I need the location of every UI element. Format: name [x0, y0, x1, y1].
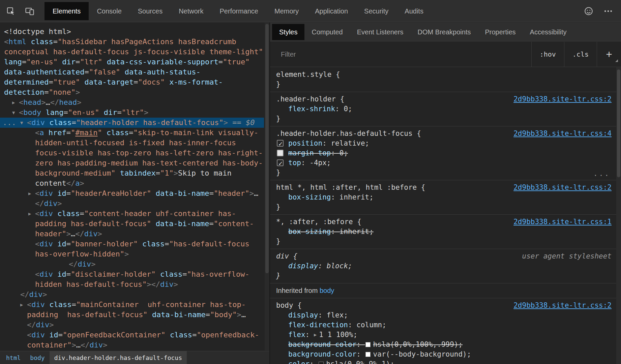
tab-security[interactable]: Security — [356, 2, 396, 20]
css-rule-selector[interactable]: .header-holder { — [276, 94, 344, 104]
property-name[interactable]: flex-direction — [288, 321, 348, 329]
style-property[interactable]: display: block; — [270, 261, 621, 271]
scrollbar-thumb[interactable] — [265, 24, 269, 273]
style-property[interactable]: flex: ▶1 1 100%; — [270, 330, 621, 340]
styles-filter-input[interactable] — [270, 42, 531, 67]
feedback-smiley-icon[interactable] — [581, 4, 596, 19]
css-rule-selector[interactable]: html *, html :after, html :before { — [276, 183, 425, 192]
property-name[interactable]: background-color — [288, 340, 356, 348]
property-toggle-checkbox[interactable] — [277, 140, 284, 147]
property-toggle-checkbox[interactable] — [277, 150, 284, 156]
property-name[interactable]: box-sizing — [288, 193, 331, 201]
tab-audits[interactable]: Audits — [396, 2, 432, 20]
color-swatch[interactable] — [365, 342, 371, 347]
property-value[interactable]: column — [356, 321, 382, 329]
tab-application[interactable]: Application — [307, 2, 356, 20]
dom-node[interactable]: <a href="#main" class="skip-to-main-link… — [0, 128, 264, 188]
expand-arrow-open-icon[interactable]: ▼ — [12, 108, 19, 118]
property-name[interactable]: background-color — [288, 350, 356, 358]
property-value[interactable]: relative — [331, 139, 365, 147]
expand-arrow-closed-icon[interactable]: ▶ — [20, 300, 27, 310]
property-name[interactable]: margin-top — [288, 149, 331, 157]
color-swatch[interactable] — [365, 352, 371, 357]
css-rule-selector[interactable]: body { — [276, 301, 302, 310]
property-value[interactable]: block — [327, 262, 348, 270]
dom-node[interactable]: </div> — [0, 290, 264, 300]
tab-network[interactable]: Network — [171, 2, 211, 20]
property-value[interactable]: var(--body-background) — [373, 350, 467, 358]
expand-arrow-closed-icon[interactable]: ▶ — [28, 209, 35, 219]
dom-node[interactable]: </div> — [0, 259, 264, 269]
sidebar-tab-accessibility[interactable]: Accessibility — [523, 24, 574, 40]
property-name[interactable]: display — [288, 311, 318, 319]
dom-node[interactable]: <div id="openFeedbackContainer" class="o… — [0, 330, 264, 350]
expand-arrow-closed-icon[interactable]: ▶ — [12, 97, 19, 108]
tab-memory[interactable]: Memory — [266, 2, 307, 20]
css-rule-selector[interactable]: .header-holder.has-default-focus { — [276, 129, 421, 139]
style-property[interactable]: box-sizing: inherit; — [270, 192, 621, 202]
property-value[interactable]: inherit — [339, 193, 369, 201]
dom-node[interactable]: ▶<div id="headerAreaHolder" data-bi-name… — [0, 188, 264, 209]
inherited-node-link[interactable]: body — [320, 287, 334, 294]
sidebar-tab-event-listeners[interactable]: Event Listeners — [350, 24, 411, 40]
shorthand-expand-icon[interactable]: ▶ — [314, 332, 317, 337]
property-value[interactable]: inherit — [339, 228, 369, 236]
property-value[interactable]: 0 — [344, 105, 348, 113]
property-name[interactable]: flex — [288, 331, 305, 339]
style-property[interactable]: color: hsla(0,0%,9%,1); — [270, 359, 621, 364]
property-name[interactable]: color — [288, 360, 309, 364]
property-toggle-checkbox[interactable] — [277, 159, 284, 166]
tab-elements[interactable]: Elements — [45, 2, 89, 20]
device-toolbar-icon[interactable] — [22, 4, 37, 19]
style-property[interactable]: position: relative; — [270, 139, 621, 148]
style-property[interactable]: top: -4px; — [270, 158, 621, 168]
new-style-rule-button[interactable]: + — [597, 42, 621, 67]
css-file-link[interactable]: 2d9bb338.site-ltr.css:2 — [513, 94, 612, 104]
dom-node-selected[interactable]: ...▼<div class="header-holder has-defaul… — [0, 118, 264, 128]
toggle-classes-button[interactable]: .cls — [564, 42, 597, 67]
property-name[interactable]: box-sizing — [288, 228, 331, 236]
expand-arrow-closed-icon[interactable]: ▶ — [28, 188, 35, 199]
property-value[interactable]: -4px — [309, 159, 327, 167]
property-value[interactable]: hsla(0,0%,100%,.999) — [373, 340, 459, 348]
styles-scrollbar[interactable] — [616, 67, 621, 364]
css-file-link[interactable]: 2d9bb338.site-ltr.css:2 — [513, 301, 612, 310]
style-property[interactable]: margin-top: 0; — [270, 148, 621, 158]
dom-node[interactable]: <div id="disclaimer-holder" class="has-o… — [0, 269, 264, 290]
breadcrumb-item[interactable]: html — [1, 351, 25, 364]
dom-node[interactable]: ▶<div class="content-header uhf-containe… — [0, 209, 264, 239]
style-property[interactable]: flex-direction: column; — [270, 320, 621, 330]
property-value[interactable]: 0 — [339, 149, 344, 157]
dom-node[interactable]: ▶<head>…</head> — [0, 97, 264, 108]
dom-node[interactable]: ▶<div class="mainContainer uhf-container… — [0, 300, 264, 330]
dom-node[interactable]: <!doctype html> — [0, 27, 264, 37]
property-name[interactable]: top — [288, 159, 301, 167]
sidebar-tab-dom-breakpoints[interactable]: DOM Breakpoints — [411, 24, 478, 40]
tab-performance[interactable]: Performance — [212, 2, 267, 20]
rule-more-actions[interactable]: ... — [593, 169, 610, 179]
toggle-element-state-button[interactable]: :hov — [531, 42, 564, 67]
more-menu-icon[interactable] — [601, 4, 616, 19]
property-name[interactable]: display — [288, 262, 318, 270]
css-file-link[interactable]: 2d9bb338.site-ltr.css:1 — [513, 217, 612, 227]
css-file-link[interactable]: 2d9bb338.site-ltr.css:4 — [513, 129, 612, 139]
sidebar-tab-computed[interactable]: Computed — [304, 24, 350, 40]
dom-node[interactable]: ▼<body lang="en-us" dir="ltr"> — [0, 108, 264, 118]
property-value[interactable]: flex — [327, 311, 344, 319]
inspect-icon[interactable] — [3, 4, 18, 19]
style-property[interactable]: box-sizing: inherit; — [270, 227, 621, 237]
property-value[interactable]: hsla(0,0%,9%,1) — [326, 360, 390, 364]
elements-scrollbar[interactable] — [265, 23, 269, 351]
color-swatch[interactable] — [319, 362, 324, 364]
dom-node[interactable]: <html class="hasSidebar hasPageActions h… — [0, 37, 264, 97]
dom-node[interactable]: <div id="banner-holder" class="has-defau… — [0, 239, 264, 259]
property-name[interactable]: flex-shrink — [288, 105, 335, 113]
css-rule-selector[interactable]: div { — [276, 251, 297, 261]
property-name[interactable]: position — [288, 139, 322, 147]
css-rule-selector[interactable]: element.style { — [276, 70, 340, 80]
tab-sources[interactable]: Sources — [130, 2, 171, 20]
sidebar-tab-properties[interactable]: Properties — [478, 24, 523, 40]
sidebar-tab-styles[interactable]: Styles — [272, 24, 304, 40]
breadcrumb-item[interactable]: body — [25, 351, 49, 364]
scrollbar-thumb[interactable] — [617, 69, 620, 177]
